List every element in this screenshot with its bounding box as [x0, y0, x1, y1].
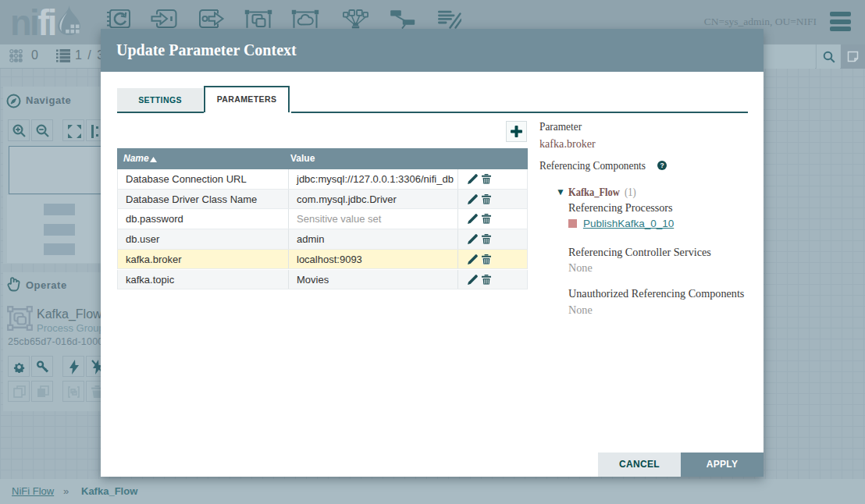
svg-text:?: ?: [660, 161, 664, 169]
